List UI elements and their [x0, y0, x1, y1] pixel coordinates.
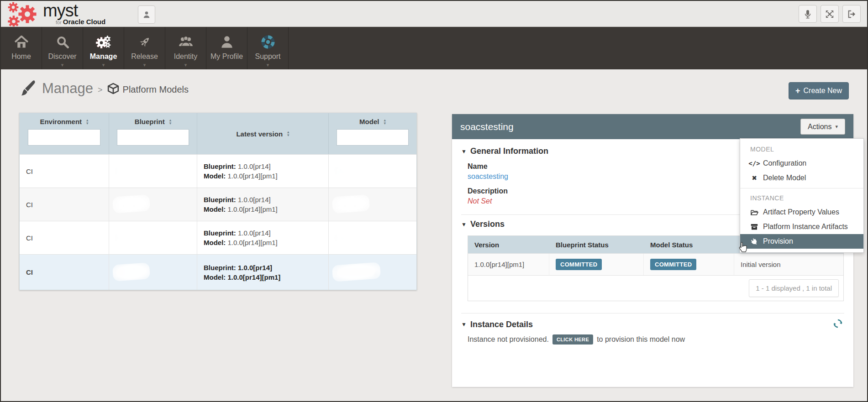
column-header-model[interactable]: Model ▴▾ [329, 113, 416, 154]
menu-item-provision[interactable]: Provision [740, 234, 863, 249]
versions-col-blueprint-status: Blueprint Status [549, 236, 644, 253]
nav-item-support[interactable]: Support ▾ [247, 27, 289, 69]
sign-out-button[interactable] [842, 5, 861, 23]
menu-item-label: Artifact Property Values [763, 208, 839, 216]
nav-label: Discover [48, 52, 76, 61]
blueprint-cell-redacted: s [109, 221, 197, 254]
menu-item-configuration[interactable]: </> Configuration [740, 156, 863, 171]
chevron-down-icon: ▾ [835, 124, 838, 130]
status-badge: COMMITTED [650, 259, 696, 270]
fullscreen-button[interactable] [821, 5, 839, 23]
instance-status-message: Instance not provisioned. CLICK HERE to … [468, 334, 844, 345]
table-row[interactable]: CI s Blueprint: 1.0.0[pr14] Model: 1.0.0… [20, 154, 416, 188]
life-ring-icon [261, 33, 275, 51]
column-label: Blueprint [135, 118, 165, 125]
actions-label: Actions [808, 123, 831, 131]
menu-group-model: MODEL [740, 142, 863, 156]
blueprint-cell-redacted: so [109, 255, 197, 290]
platform-models-table: Environment ▴▾ Blueprint ▴▾ Latest versi… [19, 113, 417, 290]
menu-item-platform-instance-artifacts[interactable]: Platform Instance Artifacts [740, 219, 863, 234]
nav-item-manage[interactable]: Manage ▾ [83, 27, 124, 69]
mouse-cursor [738, 242, 748, 256]
sort-icon[interactable]: ▴▾ [384, 119, 386, 125]
microphone-button[interactable] [799, 5, 817, 23]
user-button[interactable] [138, 5, 155, 24]
create-new-button[interactable]: + Create New [789, 82, 849, 99]
gears-icon [96, 33, 111, 51]
person-icon [221, 33, 233, 51]
sign-out-icon [847, 10, 856, 18]
section-title: General Information [470, 146, 548, 156]
blueprint-filter-input[interactable] [117, 129, 189, 146]
menu-item-delete-model[interactable]: ✖ Delete Model [740, 171, 863, 185]
pagination-status: 1 - 1 displayed , 1 in total [749, 279, 839, 297]
column-header-blueprint[interactable]: Blueprint ▴▾ [109, 113, 197, 154]
click-here-button[interactable]: CLICK HERE [552, 334, 593, 345]
nav-item-identity[interactable]: Identity ▾ [165, 27, 206, 69]
breadcrumb: Manage > Platform Models [19, 79, 189, 98]
column-label: Environment [40, 118, 82, 125]
message-prefix: Instance not provisioned. [468, 335, 549, 344]
chevron-down-icon: ▾ [143, 62, 146, 68]
blueprint-status-cell: COMMITTED [549, 254, 644, 275]
menu-divider [740, 188, 863, 188]
version-cell: 1.0.0[pr14][pm1] [468, 254, 549, 275]
users-group-icon [178, 33, 194, 51]
notes-cell: Initial version [734, 254, 844, 275]
collapse-triangle-icon: ▼ [461, 148, 467, 155]
cube-icon [107, 83, 119, 94]
create-new-label: Create New [804, 87, 842, 95]
search-icon [56, 33, 69, 51]
fullscreen-arrows-icon [826, 10, 834, 18]
nav-label: My Profile [210, 52, 243, 61]
environment-filter-input[interactable] [28, 129, 101, 146]
table-row-selected[interactable]: CI so Blueprint: 1.0.0[pr14] Model: 1.0.… [20, 254, 416, 290]
model-cell-redacted: s [329, 188, 416, 221]
logo-subtitle: forOracle Cloud [56, 18, 105, 25]
versions-data-row[interactable]: 1.0.0[pr14][pm1] COMMITTED COMMITTED Ini… [468, 253, 843, 275]
actions-dropdown-button[interactable]: Actions ▾ [800, 119, 845, 135]
environment-cell: CI [20, 221, 109, 254]
versions-footer: 1 - 1 displayed , 1 in total [468, 275, 843, 301]
nav-item-my-profile[interactable]: My Profile [206, 27, 247, 69]
collapse-triangle-icon: ▼ [461, 321, 467, 328]
breadcrumb-section[interactable]: Manage [42, 80, 93, 97]
sort-icon[interactable]: ▴▾ [86, 119, 89, 125]
model-cell-redacted: s 1 [329, 221, 416, 254]
column-label: Latest version [236, 130, 283, 138]
instance-details-heading[interactable]: ▼ Instance Details [461, 320, 833, 329]
table-row[interactable]: CI s Blueprint: 1.0.0[pr14] Model: 1.0.0… [20, 221, 416, 254]
collapse-triangle-icon: ▼ [461, 221, 467, 228]
code-icon: </> [750, 160, 758, 167]
nav-item-release[interactable]: Release ▾ [124, 27, 165, 69]
logo-title: myst [43, 2, 105, 19]
nav-item-discover[interactable]: Discover ▾ [42, 27, 83, 69]
section-title: Instance Details [470, 320, 533, 329]
column-label: Model [359, 118, 379, 125]
nav-item-home[interactable]: Home [1, 27, 42, 69]
nav-label: Manage [90, 52, 117, 61]
menu-item-label: Delete Model [763, 174, 806, 182]
refresh-button[interactable] [833, 319, 842, 330]
column-header-environment[interactable]: Environment ▴▾ [20, 113, 109, 154]
column-header-latest-version[interactable]: Latest version ▴▾ [197, 113, 329, 154]
microphone-icon [804, 10, 811, 19]
sort-icon[interactable]: ▴▾ [169, 119, 172, 125]
environment-cell: CI [20, 188, 109, 221]
menu-item-artifact-property-values[interactable]: Artifact Property Values [740, 205, 863, 219]
home-icon [15, 33, 28, 51]
table-row[interactable]: CI s Blueprint: 1.0.0[pr14] Model: 1.0.0… [20, 188, 416, 221]
nav-label: Release [131, 52, 158, 61]
versions-col-model-status: Model Status [644, 236, 734, 253]
menu-item-label: Configuration [763, 159, 806, 167]
breadcrumb-separator: > [98, 83, 103, 95]
breadcrumb-page: Platform Models [123, 83, 189, 95]
sort-icon[interactable]: ▴▾ [287, 131, 289, 137]
archive-box-icon [750, 224, 758, 230]
menu-group-instance: INSTANCE [740, 191, 863, 205]
panel-header: soacstesting Actions ▾ [452, 114, 853, 139]
main-navigation: Home Discover ▾ [1, 27, 867, 69]
model-filter-input[interactable] [337, 129, 408, 146]
latest-version-cell: Blueprint: 1.0.0[pr14] Model: 1.0.0[pr14… [197, 255, 329, 290]
latest-version-cell: Blueprint: 1.0.0[pr14] Model: 1.0.0[pr14… [197, 221, 329, 254]
